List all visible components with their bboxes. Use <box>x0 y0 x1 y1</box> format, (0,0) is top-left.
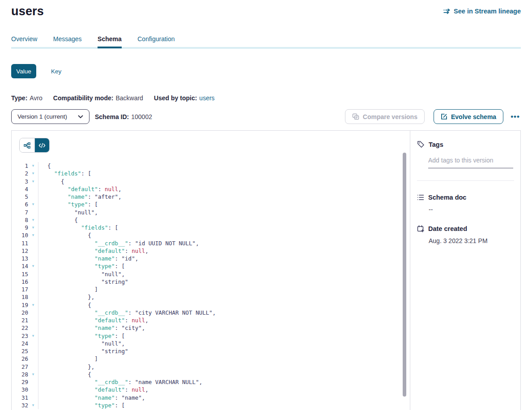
line-gutter: 7 <box>12 209 38 216</box>
evolve-schema-button[interactable]: Evolve schema <box>434 109 503 124</box>
code-line: 28▾{ <box>12 371 410 378</box>
line-number: 21 <box>12 316 28 324</box>
code-line-text: "__crdb__": "name VARCHAR NULL", <box>38 378 202 386</box>
line-gutter: 30 <box>12 386 38 393</box>
schema-type: Type:Avro <box>11 94 43 102</box>
collapse-toggle-icon[interactable]: ▾ <box>28 262 38 270</box>
code-line-text: "null", <box>38 270 125 278</box>
code-line-text: "name": "after", <box>38 193 122 201</box>
code-line: 14▾"type": [ <box>12 262 410 270</box>
code-line-text: "type": [ <box>38 201 98 208</box>
compare-versions-icon <box>352 113 359 120</box>
more-options-button[interactable]: ••• <box>510 111 521 122</box>
line-gutter: 20 <box>12 309 38 316</box>
tab-messages[interactable]: Messages <box>53 35 82 43</box>
collapse-toggle-icon[interactable]: ▾ <box>28 371 38 378</box>
editor-toolbar <box>12 131 410 153</box>
tab-configuration[interactable]: Configuration <box>137 35 174 43</box>
compatibility-mode-value: Backward <box>115 94 143 102</box>
line-gutter: 3▾ <box>12 178 38 185</box>
compatibility-mode-label: Compatibility mode: <box>53 94 114 102</box>
tree-view-button[interactable] <box>20 138 34 152</box>
code-line: 11"__crdb__": "id UUID NOT NULL", <box>12 239 410 247</box>
collapse-spacer <box>28 193 38 201</box>
code-line-text: "name": "city", <box>38 324 145 332</box>
line-number: 8 <box>12 216 28 224</box>
line-number: 20 <box>12 309 28 316</box>
line-gutter: 1▾ <box>12 162 38 170</box>
collapse-spacer <box>28 293 38 301</box>
code-line: 16"string" <box>12 278 410 286</box>
collapse-toggle-icon[interactable]: ▾ <box>28 201 38 208</box>
collapse-toggle-icon[interactable]: ▾ <box>28 178 38 185</box>
collapse-spacer <box>28 347 38 355</box>
collapse-spacer <box>28 386 38 393</box>
line-number: 9 <box>12 224 28 231</box>
line-number: 22 <box>12 324 28 332</box>
code-line-text: "name": "id", <box>38 255 138 262</box>
schema-page: users See in Stream lineage Overview Mes… <box>0 0 532 410</box>
code-line: 31"name": "name", <box>12 394 410 401</box>
chevron-down-icon <box>78 115 83 119</box>
collapse-toggle-icon[interactable]: ▾ <box>28 216 38 224</box>
code-line: 9▾"fields": [ <box>12 224 410 231</box>
code-line-text: "default": null, <box>38 386 149 393</box>
line-gutter: 14▾ <box>12 262 38 270</box>
code-line-text: { <box>38 216 78 224</box>
collapse-toggle-icon[interactable]: ▾ <box>28 170 38 177</box>
code-line-text: { <box>38 231 91 239</box>
code-line: 8▾{ <box>12 216 410 224</box>
line-gutter: 17 <box>12 286 38 293</box>
code-line-text: }, <box>38 363 94 371</box>
date-created-header: Date created <box>417 225 514 232</box>
code-line: 32▾"type": [ <box>12 401 410 409</box>
key-toggle-button[interactable]: Key <box>51 68 61 75</box>
line-gutter: 4 <box>12 185 38 193</box>
code-line: 6▾"type": [ <box>12 201 410 208</box>
doc-list-icon <box>417 194 424 201</box>
line-number: 1 <box>12 162 28 170</box>
code-line: 22"name": "city", <box>12 324 410 332</box>
value-toggle-button[interactable]: Value <box>11 64 36 78</box>
tab-overview[interactable]: Overview <box>11 35 37 43</box>
line-gutter: 8▾ <box>12 216 38 224</box>
collapse-spacer <box>28 209 38 216</box>
evolve-schema-icon <box>441 113 447 120</box>
tab-schema[interactable]: Schema <box>98 35 122 43</box>
line-gutter: 2▾ <box>12 170 38 177</box>
topic-link[interactable]: users <box>199 94 214 102</box>
code-line: 20"__crdb__": "city VARCHAR NOT NULL", <box>12 309 410 316</box>
code-line-text: "null", <box>38 209 98 216</box>
tree-view-icon <box>24 142 30 149</box>
line-gutter: 24 <box>12 340 38 347</box>
code-view-button[interactable] <box>34 138 49 152</box>
line-number: 27 <box>12 363 28 371</box>
compare-versions-button[interactable]: Compare versions <box>345 109 425 124</box>
collapse-toggle-icon[interactable]: ▾ <box>28 401 38 409</box>
collapse-spacer <box>28 255 38 262</box>
schema-id-label: Schema ID: <box>95 113 129 120</box>
code-line: 13"name": "id", <box>12 255 410 262</box>
schema-id-value: 100002 <box>131 113 152 120</box>
collapse-spacer <box>28 185 38 193</box>
collapse-spacer <box>28 309 38 316</box>
code-line: 26] <box>12 355 410 363</box>
schema-doc-title: Schema doc <box>428 194 466 201</box>
tags-section: Tags <box>417 141 514 168</box>
collapse-toggle-icon[interactable]: ▾ <box>28 332 38 340</box>
code-line: 21"default": null, <box>12 316 410 324</box>
see-in-stream-lineage-link[interactable]: See in Stream lineage <box>443 8 521 15</box>
collapse-toggle-icon[interactable]: ▾ <box>28 162 38 170</box>
collapse-spacer <box>28 324 38 332</box>
editor-scrollbar[interactable] <box>403 153 406 397</box>
code-line: 2▾"fields": [ <box>12 170 410 177</box>
line-number: 3 <box>12 178 28 185</box>
collapse-toggle-icon[interactable]: ▾ <box>28 224 38 231</box>
add-tags-input[interactable] <box>428 157 513 168</box>
collapse-toggle-icon[interactable]: ▾ <box>28 231 38 239</box>
line-gutter: 29 <box>12 378 38 386</box>
collapse-spacer <box>28 378 38 386</box>
collapse-toggle-icon[interactable]: ▾ <box>28 301 38 309</box>
version-select[interactable]: Version 1 (current) <box>11 109 89 124</box>
code-line-text: { <box>38 371 91 378</box>
